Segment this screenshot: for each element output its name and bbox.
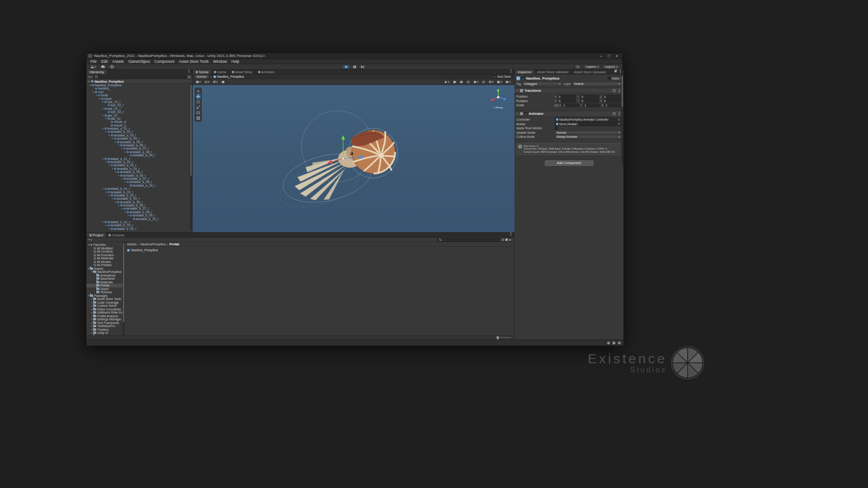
hierarchy-item-tentakel-b-01-r[interactable]: ▼tentakel_b_01_r [86, 221, 190, 224]
project-tree-item-custom-nunit[interactable]: ▸Custom NUnit [86, 304, 124, 308]
foldout-icon[interactable]: ▼ [108, 134, 110, 137]
pause-button[interactable] [351, 65, 358, 69]
menu-window[interactable]: Window [211, 59, 229, 64]
hidden-objects-toggle[interactable] [481, 80, 486, 84]
foldout-icon[interactable]: ▼ [111, 197, 113, 200]
position-x-field[interactable]: 0 [557, 95, 576, 99]
hierarchy-item-tentakel-b-07-l[interactable]: ▼tentakel_b_07_l [86, 207, 190, 210]
project-tree-item-stand[interactable]: Stand [86, 287, 124, 291]
foldout-icon[interactable]: ▼ [102, 114, 104, 117]
controller-object-field[interactable]: NautilusPompilius Animator Controller⊙ [555, 117, 622, 122]
hierarchy-item-tentakel-a-07-l[interactable]: ▼tentakel_a_07_l [86, 147, 190, 150]
project-tree-item-timeline[interactable]: ▸Timeline [86, 328, 124, 332]
project-tree-item-asset-store-tools[interactable]: ▸Asset Store Tools [86, 297, 124, 301]
apply-root-motion-checkbox[interactable] [555, 127, 558, 130]
tab-scene[interactable]: Scene [193, 70, 211, 74]
project-tree-item-all-excluded[interactable]: All Excluded [86, 253, 124, 257]
scene-visibility-icon[interactable] [188, 76, 190, 78]
project-tree-item-animations[interactable]: Animations [86, 274, 124, 277]
foldout-icon[interactable]: ▼ [102, 157, 104, 160]
project-tree-item-nautiluspompilius[interactable]: ▼NautilusPompilius [86, 270, 124, 274]
tab-animator[interactable]: Animator [255, 70, 278, 74]
foldout-icon[interactable]: ▼ [516, 113, 519, 115]
breadcrumb-prefab[interactable]: Nautilus_Pompilius [213, 75, 244, 78]
foldout-icon[interactable]: ▼ [121, 177, 123, 180]
camera-projection-label[interactable]: < Persp [488, 106, 508, 109]
rect-tool-button[interactable] [196, 110, 201, 115]
hierarchy-item-tentakel-b-06-l[interactable]: ▼tentakel_b_06_l [86, 204, 190, 207]
panel-menu-icon[interactable] [189, 70, 189, 71]
account-button[interactable]: ▾ [89, 65, 98, 69]
foldout-icon[interactable]: ▼ [102, 107, 104, 110]
scene-orientation-gizmo[interactable]: < Persp [488, 88, 508, 109]
hierarchy-item-tentakel-b-02-l[interactable]: ▼tentakel_b_02_l [86, 191, 190, 194]
avatar-object-field[interactable]: None (Avatar)⊙ [555, 122, 622, 126]
hierarchy-item-tentakel-b-09-l[interactable]: ▼tentakel_b_09_l [86, 214, 190, 217]
foldout-icon[interactable]: ▼ [102, 187, 104, 190]
layout-dropdown[interactable]: Layout▾ [603, 65, 620, 69]
breadcrumb-prefab[interactable]: Prefab [170, 243, 179, 246]
hierarchy-scrollbar[interactable] [190, 84, 192, 230]
project-content-item[interactable]: Nautilus_Pompilius [127, 249, 158, 252]
tab-project[interactable]: Project [87, 233, 106, 237]
tab-game[interactable]: Game [211, 70, 229, 74]
foldout-icon[interactable]: ▼ [102, 221, 104, 224]
project-tree-item-textmeshpro[interactable]: ▸TextMeshPro [86, 324, 124, 328]
camera-settings-dropdown[interactable]: ▾ [496, 80, 503, 84]
component-menu-icon[interactable] [619, 90, 620, 91]
update-mode-dropdown[interactable]: Normal▾ [555, 131, 622, 135]
foldout-icon[interactable]: ▼ [102, 100, 104, 103]
help-icon[interactable]: ? [613, 112, 616, 115]
foldout-icon[interactable]: ▼ [105, 117, 107, 120]
hierarchy-item-tentakel-a-05-r[interactable]: ▼tentakel_a_05_r [86, 170, 190, 174]
foldout-icon[interactable]: ▼ [88, 80, 90, 83]
breadcrumb-scenes[interactable]: Scenes [194, 75, 209, 79]
audio-toggle[interactable] [466, 80, 471, 84]
scale-x-field[interactable]: 1 [562, 103, 579, 107]
increment-snap-button[interactable] [220, 80, 226, 84]
panel-menu-icon[interactable] [510, 70, 511, 71]
layer-dropdown[interactable]: Default▾ [572, 82, 622, 86]
scale-y-field[interactable]: 1 [583, 103, 600, 107]
transform-tool-button[interactable] [196, 116, 201, 121]
pan-tool-button[interactable] [196, 89, 201, 94]
foldout-icon[interactable]: ▼ [118, 144, 120, 147]
project-tree-item-test-framework[interactable]: ▸Test Framework [86, 321, 124, 325]
hierarchy-item-eye-01-r[interactable]: ▼eye_01_r [86, 107, 190, 110]
hierarchy-item-head[interactable]: ▼head [86, 97, 190, 100]
foldout-icon[interactable]: ▼ [114, 141, 117, 144]
scrollbar-thumb[interactable] [190, 84, 192, 176]
hierarchy-item-tentakel-a-07-r[interactable]: ▼tentakel_a_07_r [86, 177, 190, 180]
project-tree-item-basemesh[interactable]: BaseMesh [86, 277, 124, 281]
search-by-type-icon[interactable] [502, 239, 504, 241]
editor-search-button[interactable] [574, 65, 581, 69]
inspector-scrollbar[interactable] [621, 75, 623, 165]
scale-z-field[interactable]: 1 [604, 103, 622, 107]
gizmos-dropdown[interactable]: ▾ [505, 80, 512, 84]
project-tree-item-packages[interactable]: ▼Packages [86, 294, 124, 298]
hierarchy-item-nautilus-pompilius[interactable]: ▼Nautilus_Pompilius [86, 84, 190, 87]
foldout-icon[interactable]: ▼ [108, 164, 110, 167]
foldout-icon[interactable]: ▼ [111, 137, 113, 140]
hierarchy-item-tentakel-b-03-l[interactable]: ▼tentakel_b_03_l [86, 194, 190, 197]
foldout-icon[interactable]: ▼ [124, 180, 126, 183]
menu-gameobject[interactable]: GameObject [126, 59, 152, 64]
animator-header[interactable]: ▼ Animator ? [514, 111, 623, 117]
cloud-button[interactable] [99, 65, 107, 69]
create-object-button[interactable]: +▾ [88, 75, 92, 79]
project-tree-item-materials[interactable]: Materials [86, 281, 124, 284]
hierarchy-item-nautilus-[interactable]: nautilus_ [86, 87, 190, 90]
shading-mode-dropdown[interactable]: ▾ [443, 80, 451, 84]
project-tree-item-textures[interactable]: Textures [86, 291, 124, 294]
hierarchy-item-tentakel-b-04-l[interactable]: ▼tentakel_b_04_l [86, 197, 190, 200]
menu-file[interactable]: File [88, 59, 99, 64]
nautilus-model[interactable] [193, 85, 514, 232]
move-tool-button[interactable] [196, 94, 201, 99]
tab-asset-store-validator[interactable]: Asset Store Validator [534, 70, 571, 74]
hierarchy-item-tentakel-a-01-l[interactable]: ▼tentakel_a_01_l [86, 127, 190, 130]
menu-assets[interactable]: Assets [110, 59, 126, 64]
hierarchy-item-tentakel-b-02-r[interactable]: ▼tentakel_b_02_r [86, 224, 190, 227]
foldout-icon[interactable]: ▼ [516, 89, 519, 92]
hierarchy-item-tentakel-b-08-l[interactable]: ▼tentakel_b_08_l [86, 211, 190, 214]
project-search-input[interactable] [443, 238, 499, 241]
